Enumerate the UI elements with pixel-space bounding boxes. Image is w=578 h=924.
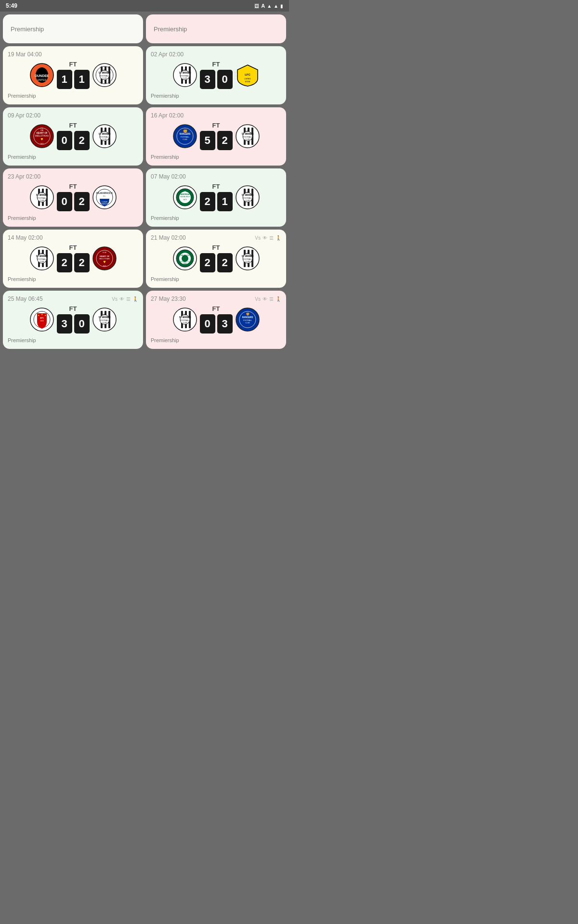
- svg-text:FOOTBALL: FOOTBALL: [37, 197, 46, 199]
- away-team-logo: LFC LIVING STON: [236, 63, 260, 87]
- match-date: 25 May 06:45: [8, 295, 43, 302]
- svg-text:1877: 1877: [40, 192, 44, 193]
- ft-label: FT: [212, 122, 220, 129]
- home-score: 1: [57, 70, 72, 89]
- svg-text:THE CELTIC: THE CELTIC: [180, 255, 190, 257]
- home-team-logo: ST MIRREN FOOTBALL CLUB 1877: [173, 63, 197, 87]
- vs-icon: Vs: [112, 296, 118, 302]
- home-score: 0: [57, 131, 72, 150]
- svg-text:CLUB: CLUB: [183, 322, 187, 324]
- card-21may[interactable]: PREMIERS 21 May 02:00 Vs 👁 ☰ 🚶 THE CELTI…: [146, 230, 286, 288]
- svg-text:FOOTBALL: FOOTBALL: [37, 258, 46, 260]
- svg-text:1877: 1877: [246, 253, 250, 255]
- ft-label: FT: [69, 305, 77, 312]
- svg-text:LIVING: LIVING: [244, 77, 250, 80]
- ft-label: FT: [69, 122, 77, 129]
- score-boxes: 2 2: [200, 253, 233, 272]
- ft-label: FT: [212, 244, 220, 251]
- card-07may[interactable]: PREMIERS 07 May 02:00 HIBERNIAN EDINBURG…: [146, 168, 286, 227]
- match-content: ST MIRREN FOOTBALL CLUB 1877 FT 0 3 R: [151, 305, 281, 334]
- score-section: FT 1 1: [57, 61, 90, 89]
- card-header: 23 Apr 02:00: [8, 173, 138, 180]
- svg-text:CLUB: CLUB: [39, 200, 44, 202]
- svg-text:CLUB: CLUB: [245, 139, 250, 141]
- score-boxes: 3 0: [57, 314, 90, 334]
- card-23apr[interactable]: PREMIERS 23 Apr 02:00 ST MIRREN FOOTBALL…: [3, 168, 143, 227]
- svg-text:DUNDEE: DUNDEE: [35, 74, 49, 77]
- match-date: 23 Apr 02:00: [8, 173, 40, 180]
- home-team-logo: ST MIRREN FOOTBALL CLUB 1877: [30, 246, 54, 270]
- away-team-logo: ST MIRREN FOOTBALL CLUB 1877: [92, 63, 117, 87]
- away-score: 2: [74, 192, 90, 211]
- svg-text:FOOTBALL: FOOTBALL: [243, 136, 251, 138]
- away-team-logo: HEART OF MIDLOTHIAN ♥ H M 1874: [92, 246, 117, 270]
- svg-text:ST MIRREN: ST MIRREN: [179, 316, 191, 319]
- svg-text:UNITED: UNITED: [37, 78, 46, 81]
- away-team-logo: ST MIRREN FOOTBALL CLUB 1877: [92, 124, 117, 148]
- score-section: FT 2 1: [200, 183, 233, 211]
- card-action-icons[interactable]: Vs 👁 ☰ 🚶: [255, 235, 281, 241]
- svg-text:CLUB: CLUB: [102, 77, 107, 79]
- svg-text:ST MIRREN: ST MIRREN: [36, 255, 48, 257]
- card-footer: Premiership: [8, 154, 138, 160]
- svg-text:1877: 1877: [246, 130, 250, 132]
- card-premiership-2[interactable]: Premiership: [146, 14, 286, 43]
- away-team-logo: ST MIRREN FOOTBALL CLUB 1877: [236, 246, 260, 270]
- card-16apr[interactable]: PREMIERS 16 Apr 02:00 RANGERS FOOTBALL C…: [146, 107, 286, 166]
- svg-text:FOOTBALL: FOOTBALL: [180, 320, 189, 321]
- home-score: 5: [200, 131, 215, 150]
- svg-text:CLUB: CLUB: [245, 200, 250, 202]
- time: 5:49: [6, 2, 17, 9]
- status-bar: 5:49 🖼 A ▲ ▲ ▮: [0, 0, 289, 12]
- svg-text:CLUB: CLUB: [39, 261, 44, 263]
- score-boxes: 0 2: [57, 131, 90, 150]
- away-score: 2: [74, 253, 90, 272]
- card-footer: Premiership: [8, 337, 138, 343]
- home-score: 2: [57, 253, 72, 272]
- ft-label: FT: [69, 244, 77, 251]
- card-25may[interactable]: PREMIERS 25 May 06:45 Vs 👁 ☰ 🚶 AFC 1903: [3, 291, 143, 349]
- card-action-icons[interactable]: Vs 👁 ☰ 🚶: [112, 296, 138, 302]
- away-score: 0: [74, 314, 90, 334]
- card-premiership-1[interactable]: Premiership: [3, 14, 143, 43]
- svg-text:🦁: 🦁: [245, 312, 250, 316]
- battery-icon: ▮: [280, 3, 283, 9]
- home-score: 2: [200, 253, 215, 272]
- ft-label: FT: [69, 61, 77, 68]
- ft-label: FT: [69, 183, 77, 190]
- card-19mar[interactable]: PREMIERS 19 Mar 04:00 DUNDEE UNITED FT 1: [3, 46, 143, 104]
- match-content: ST MIRREN FOOTBALL CLUB 1877 FT 3 0 LFC: [151, 61, 281, 89]
- card-header: 16 Apr 02:00: [151, 112, 281, 119]
- score-boxes: 2 2: [57, 253, 90, 272]
- away-score: 0: [217, 70, 233, 89]
- card-action-icons[interactable]: Vs 👁 ☰ 🚶: [255, 296, 281, 302]
- card-header: 25 May 06:45 Vs 👁 ☰ 🚶: [8, 295, 138, 302]
- signal-icon: ▲: [274, 3, 278, 9]
- card-footer: Premiership: [8, 215, 138, 221]
- svg-text:ST MIRREN: ST MIRREN: [36, 194, 48, 196]
- svg-text:ST MIRREN: ST MIRREN: [241, 255, 253, 257]
- svg-text:DEMUS: DEMUS: [101, 203, 108, 205]
- list-icon: ☰: [126, 296, 131, 302]
- card-header: 09 Apr 02:00: [8, 112, 138, 119]
- match-content: HIBERNIAN EDINBURGH 1875 18 75 FT 2 1: [151, 183, 281, 211]
- card-header: 02 Apr 02:00: [151, 51, 281, 58]
- card-label: Premiership: [11, 26, 44, 33]
- card-27may[interactable]: PREMIERS 27 May 23:30 Vs 👁 ☰ 🚶 ST MIRREN: [146, 291, 286, 349]
- eye-icon: 👁: [263, 235, 267, 241]
- home-team-logo: ST MIRREN FOOTBALL CLUB 1877: [173, 308, 197, 332]
- match-content: HEART OF MIDLOTHIAN ♥ HM F C 1874 FT 0 2: [8, 122, 138, 150]
- match-grid: Premiership Premiership PREMIERS 19 Mar …: [0, 12, 289, 352]
- score-boxes: 1 1: [57, 70, 90, 89]
- svg-text:FOOTBALL: FOOTBALL: [100, 320, 108, 321]
- vs-icon: Vs: [255, 235, 261, 241]
- score-section: FT 0 2: [57, 122, 90, 150]
- eye-icon: 👁: [263, 296, 267, 302]
- svg-text:FOOTBALL: FOOTBALL: [243, 197, 251, 199]
- card-header: 19 Mar 04:00: [8, 51, 138, 58]
- card-14may[interactable]: PREMIERS 14 May 02:00 ST MIRREN FOOTBALL…: [3, 230, 143, 288]
- wifi-icon: ▲: [267, 3, 272, 9]
- card-09apr[interactable]: PREMIERS 09 Apr 02:00 HEART OF MIDLOTHIA…: [3, 107, 143, 166]
- card-02apr[interactable]: PREMIERS 02 Apr 02:00 ST MIRREN FOOTBALL…: [146, 46, 286, 104]
- status-icons: 🖼 A ▲ ▲ ▮: [254, 3, 283, 9]
